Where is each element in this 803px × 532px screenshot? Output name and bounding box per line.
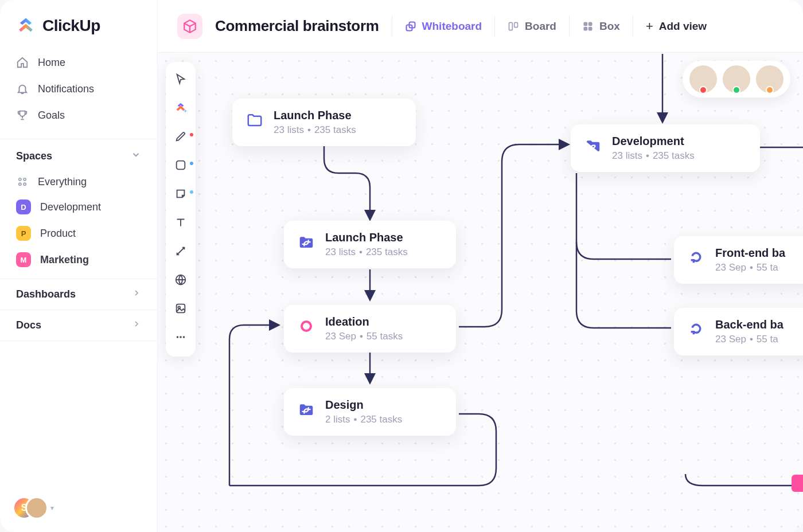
- view-tab-board[interactable]: Board: [508, 20, 556, 33]
- trophy-icon: [16, 109, 29, 122]
- nav-item-notifications[interactable]: Notifications: [6, 76, 151, 102]
- card-title: Back-end ba: [715, 318, 783, 331]
- space-label: Marketing: [40, 254, 89, 266]
- card-title: Ideation: [325, 315, 403, 328]
- dashboards-label: Dashboards: [16, 288, 76, 300]
- add-view-button[interactable]: + Add view: [646, 20, 707, 33]
- svg-point-2: [19, 183, 21, 185]
- space-item-product[interactable]: P Product: [6, 220, 151, 247]
- status-dot: [190, 162, 193, 165]
- card-subtitle: 23 Sep•55 tasks: [325, 331, 403, 342]
- primary-nav: Home Notifications Goals: [0, 48, 157, 134]
- connector-tool[interactable]: [170, 242, 191, 263]
- space-label: Development: [40, 201, 101, 213]
- box-cube-icon: [177, 14, 202, 39]
- cycle-arrow-icon: [687, 248, 706, 267]
- whiteboard-toolbox: +: [166, 62, 196, 357]
- card-title: Launch Phase: [325, 231, 408, 244]
- nav-item-goals[interactable]: Goals: [6, 102, 151, 128]
- shape-tool[interactable]: [170, 156, 191, 177]
- whiteboard-canvas[interactable]: +: [158, 53, 803, 532]
- divider: [569, 15, 570, 37]
- more-icon: [174, 331, 187, 346]
- clickup-add-icon: +: [174, 101, 187, 116]
- cursor-tool[interactable]: [170, 70, 191, 91]
- card-launch-phase-2[interactable]: Launch Phase 23 lists•235 tasks: [284, 221, 456, 268]
- more-tool[interactable]: [170, 328, 191, 349]
- svg-rect-9: [588, 22, 592, 26]
- svg-rect-11: [588, 26, 592, 30]
- status-dot: [190, 133, 193, 136]
- card-development[interactable]: Development 23 lists•235 tasks: [571, 124, 760, 172]
- docs-label: Docs: [16, 319, 41, 331]
- card-backend[interactable]: Back-end ba 23 Sep•55 ta: [674, 308, 803, 355]
- sticky-note-icon: [174, 187, 187, 202]
- view-tab-box[interactable]: Box: [582, 20, 620, 33]
- svg-point-18: [180, 336, 182, 338]
- card-subtitle: 23 Sep•55 ta: [715, 334, 783, 345]
- image-icon: [174, 302, 187, 317]
- spaces-header-label: Spaces: [16, 150, 52, 162]
- collaborators-pill[interactable]: [683, 61, 790, 97]
- svg-point-3: [24, 183, 26, 185]
- svg-rect-8: [583, 22, 587, 26]
- svg-point-17: [177, 336, 179, 338]
- nav-item-home[interactable]: Home: [6, 49, 151, 76]
- chevron-right-icon: [132, 288, 141, 300]
- space-item-development[interactable]: D Development: [6, 194, 151, 220]
- card-subtitle: 2 lists•235 tasks: [325, 414, 402, 425]
- svg-point-1: [24, 178, 26, 181]
- pen-tool[interactable]: [170, 127, 191, 148]
- image-tool[interactable]: [170, 299, 191, 320]
- clickup-logo-icon: [16, 16, 36, 36]
- view-label: Box: [599, 20, 620, 33]
- add-view-label: Add view: [659, 20, 707, 33]
- status-ring-icon: [297, 316, 316, 336]
- sidebar: ClickUp Home Notifications Goals: [0, 0, 158, 532]
- space-badge: D: [16, 200, 31, 214]
- sync-folder-icon: [297, 400, 316, 419]
- card-subtitle: 23 lists•235 tasks: [274, 124, 356, 136]
- clickup-add-tool[interactable]: +: [170, 99, 191, 119]
- card-design[interactable]: Design 2 lists•235 tasks: [284, 388, 456, 436]
- divider: [392, 15, 392, 37]
- brand[interactable]: ClickUp: [0, 0, 157, 48]
- svg-point-19: [183, 336, 185, 338]
- svg-rect-15: [177, 304, 185, 313]
- space-item-everything[interactable]: Everything: [6, 170, 151, 194]
- cycle-arrow-icon: [687, 319, 706, 339]
- embed-tool[interactable]: [170, 271, 191, 291]
- card-title: Design: [325, 398, 402, 412]
- nav-label: Home: [38, 57, 65, 69]
- svg-text:+: +: [184, 108, 187, 114]
- topbar: Commercial brainstorm Whiteboard Board: [158, 0, 803, 53]
- sidebar-footer[interactable]: S ▾: [13, 496, 54, 519]
- main: Commercial brainstorm Whiteboard Board: [158, 0, 803, 532]
- sidebar-bottom: Dashboards Docs: [0, 279, 157, 341]
- plus-icon: +: [646, 20, 653, 33]
- card-frontend[interactable]: Front-end ba 23 Sep•55 ta: [674, 236, 803, 284]
- card-launch-phase-1[interactable]: Launch Phase 23 lists•235 tasks: [232, 99, 416, 146]
- whiteboard-icon: [405, 21, 416, 32]
- user-avatar-stack: S: [13, 496, 47, 519]
- collaborator-avatar: [756, 65, 783, 93]
- card-ideation[interactable]: Ideation 23 Sep•55 tasks: [284, 305, 456, 353]
- box-grid-icon: [582, 21, 594, 32]
- edge-marker[interactable]: [792, 475, 803, 492]
- home-icon: [16, 56, 29, 69]
- sync-folder-icon: [583, 136, 603, 155]
- space-item-marketing[interactable]: M Marketing: [6, 247, 151, 273]
- sidebar-item-dashboards[interactable]: Dashboards: [0, 279, 157, 310]
- spaces-header[interactable]: Spaces: [0, 139, 157, 169]
- view-label: Whiteboard: [422, 20, 482, 33]
- svg-rect-10: [583, 26, 587, 30]
- svg-point-0: [19, 178, 21, 181]
- svg-rect-6: [509, 22, 513, 30]
- sticky-tool[interactable]: [170, 185, 191, 205]
- sidebar-item-docs[interactable]: Docs: [0, 310, 157, 341]
- collaborator-avatar: [723, 65, 750, 93]
- view-tab-whiteboard[interactable]: Whiteboard: [405, 20, 482, 33]
- nav-label: Notifications: [38, 83, 94, 95]
- text-tool[interactable]: [170, 213, 191, 234]
- pen-icon: [174, 130, 187, 145]
